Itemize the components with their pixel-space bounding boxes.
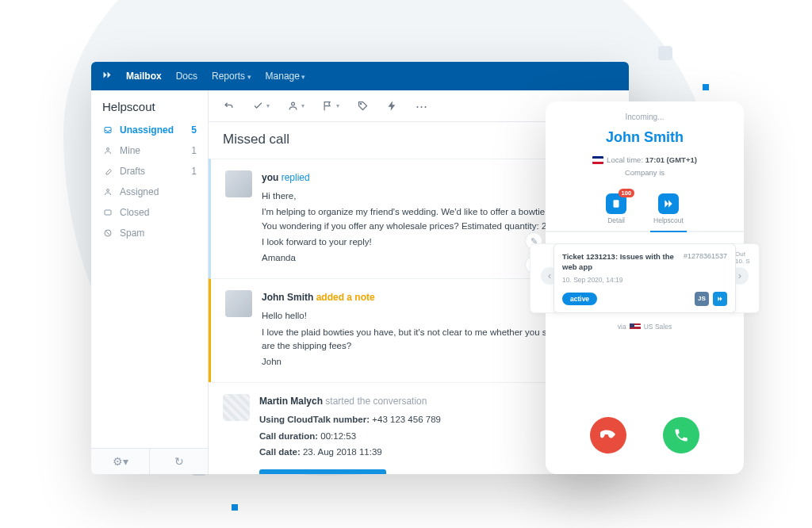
tab-label: Detail — [607, 216, 625, 224]
ticket-card[interactable]: Ticket 1231213: Issues with the web app … — [553, 243, 736, 313]
detail-icon: 100 — [606, 193, 626, 214]
us-flag-icon — [630, 323, 641, 331]
top-nav: Mailbox Docs Reports Manage — [91, 62, 629, 90]
brand-icon — [102, 71, 112, 82]
sidebar-refresh-button[interactable]: ↻ — [150, 449, 208, 474]
folder-assigned[interactable]: Assigned — [91, 182, 208, 202]
folder-count: 5 — [191, 124, 197, 136]
folder-label: Closed — [120, 207, 149, 218]
message-verb: added a note — [316, 292, 375, 303]
caller-name: John Smith — [546, 129, 744, 154]
accent-square — [658, 46, 672, 60]
spam-icon — [102, 228, 113, 239]
draft-icon — [102, 166, 113, 177]
inbox-icon — [102, 124, 113, 136]
refresh-icon: ↻ — [174, 455, 184, 468]
tool-more[interactable]: ⋯ — [416, 99, 427, 113]
tool-undo[interactable] — [223, 100, 235, 112]
tool-bolt[interactable] — [386, 100, 398, 112]
folder-label: Drafts — [120, 166, 145, 177]
tab-label: Helpscout — [653, 216, 684, 224]
tool-tag[interactable] — [357, 100, 369, 112]
nav-mailbox[interactable]: Mailbox — [126, 71, 162, 82]
tab-detail[interactable]: 100 Detail — [606, 193, 626, 224]
ticket-date: 10. Sep 2020, 14:19 — [562, 276, 727, 284]
tool-status[interactable] — [252, 100, 270, 112]
show-contact-detail-button[interactable]: SHOW CONTACT DETAIL — [259, 469, 386, 474]
folder-unassigned[interactable]: Unassigned 5 — [91, 120, 208, 140]
message-author: Martin Malych — [259, 396, 323, 407]
phone-icon — [673, 427, 689, 443]
avatar — [225, 170, 252, 197]
decline-call-button[interactable] — [590, 417, 626, 453]
ticket-title: Ticket 1231213: Issues with the web app — [562, 252, 677, 273]
svg-point-5 — [360, 103, 361, 104]
folder-closed[interactable]: Closed — [91, 202, 208, 223]
accent-dot — [703, 84, 709, 90]
sidebar-footer: ⚙︎▾ ↻ — [91, 448, 208, 474]
helpscout-icon — [658, 193, 679, 214]
phone-tabs: 100 Detail Helpscout — [546, 189, 744, 232]
folder-label: Mine — [120, 145, 140, 156]
mailbox-title: Helpscout — [91, 90, 208, 120]
message-verb: started the conversation — [325, 396, 427, 407]
chip-hs — [713, 292, 727, 306]
folder-list: Unassigned 5 Mine 1 Drafts 1 Assigned Cl… — [91, 120, 208, 243]
folder-count: 1 — [191, 166, 197, 177]
tab-badge: 100 — [619, 189, 635, 197]
company-placeholder: Company is — [546, 166, 744, 179]
nav-docs[interactable]: Docs — [176, 71, 197, 82]
incoming-call-panel: Incoming... John Smith Local time: 17:01… — [546, 101, 744, 474]
caller-meta: Local time: 17:01 (GMT+1) Company is — [546, 154, 744, 189]
call-actions — [546, 400, 744, 474]
message-author: you — [262, 172, 278, 183]
sidebar-settings-button[interactable]: ⚙︎▾ — [91, 449, 150, 474]
tool-flag[interactable] — [322, 100, 339, 112]
accept-call-button[interactable] — [663, 417, 699, 453]
ticket-id: #1278361537 — [684, 252, 727, 273]
closed-icon — [102, 207, 113, 218]
phone-hangup-icon — [600, 427, 616, 443]
tool-assign[interactable] — [287, 100, 304, 112]
user-icon — [102, 145, 113, 156]
svg-point-4 — [292, 102, 295, 105]
ghost-label: 10. S — [735, 258, 754, 265]
folder-drafts[interactable]: Drafts 1 — [91, 161, 208, 182]
message-verb: replied — [282, 172, 310, 183]
call-via: viaUS Sales — [546, 319, 744, 331]
avatar — [223, 394, 250, 421]
folder-count: 1 — [191, 145, 197, 156]
folder-label: Assigned — [120, 186, 159, 197]
nav-reports[interactable]: Reports — [212, 71, 251, 82]
folder-mine[interactable]: Mine 1 — [91, 140, 208, 161]
svg-point-1 — [107, 189, 109, 192]
uk-flag-icon — [592, 156, 603, 164]
ticket-chips: JS — [695, 292, 727, 306]
svg-rect-2 — [105, 210, 111, 215]
assigned-icon — [102, 186, 113, 197]
ticket-status-pill: active — [562, 293, 597, 305]
sidebar: Helpscout Unassigned 5 Mine 1 Drafts 1 A… — [91, 90, 209, 474]
svg-point-0 — [107, 148, 109, 151]
chip-js: JS — [695, 292, 709, 306]
tab-helpscout[interactable]: Helpscout — [653, 193, 684, 224]
svg-rect-6 — [614, 201, 619, 208]
avatar — [225, 290, 252, 317]
call-status: Incoming... — [546, 101, 744, 129]
gear-icon: ⚙︎▾ — [113, 455, 128, 468]
folder-spam[interactable]: Spam — [91, 223, 208, 243]
accent-dot — [232, 504, 238, 511]
message-author: John Smith — [262, 292, 313, 303]
folder-label: Unassigned — [120, 124, 174, 136]
ghost-label: Out — [735, 251, 754, 258]
ticket-carousel: ✎ ✆ Out 10. S ‹ › Ticket 1231213: Issues… — [546, 232, 744, 319]
nav-manage[interactable]: Manage — [266, 71, 306, 82]
folder-label: Spam — [120, 228, 144, 239]
